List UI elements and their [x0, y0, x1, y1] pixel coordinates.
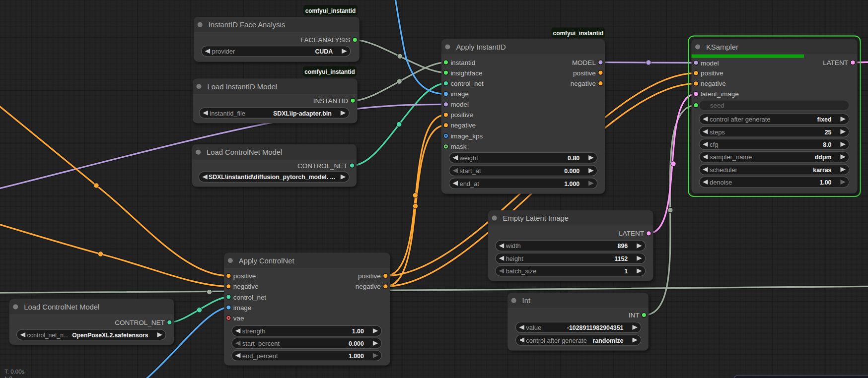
svg-text:1152: 1152	[614, 255, 628, 262]
svg-text:CONTROL_NET: CONTROL_NET	[115, 319, 165, 326]
svg-text:control_net_n...: control_net_n...	[27, 332, 69, 339]
svg-text:image: image	[233, 304, 251, 312]
svg-text:sampler_name: sampler_name	[710, 153, 752, 161]
svg-text:latent_image: latent_image	[701, 90, 739, 98]
svg-text:comfyui_instantid: comfyui_instantid	[553, 30, 604, 37]
svg-text:0.000: 0.000	[349, 340, 364, 347]
svg-text:InstantID Face Analysis: InstantID Face Analysis	[209, 21, 286, 29]
svg-text:control_net: control_net	[233, 294, 267, 301]
svg-text:1.000: 1.000	[564, 181, 579, 188]
svg-text:control after generate: control after generate	[526, 337, 587, 344]
svg-text:-1028911982904351: -1028911982904351	[567, 324, 624, 331]
svg-text:weight: weight	[459, 154, 479, 162]
svg-text:negative: negative	[450, 122, 476, 129]
svg-text:batch_size: batch_size	[506, 267, 537, 275]
svg-text:896: 896	[618, 243, 628, 250]
svg-text:I: 0: I: 0	[4, 376, 12, 378]
svg-text:8.0: 8.0	[823, 141, 831, 148]
svg-text:seed: seed	[710, 102, 724, 109]
svg-text:Load InstantID Model: Load InstantID Model	[208, 83, 278, 91]
svg-text:comfyui_instantid: comfyui_instantid	[305, 7, 356, 14]
svg-text:value: value	[526, 324, 541, 331]
svg-text:KSampler: KSampler	[706, 43, 738, 51]
svg-text:instantid_file: instantid_file	[210, 110, 245, 117]
svg-text:end_percent: end_percent	[242, 352, 278, 360]
svg-text:negative: negative	[701, 80, 726, 87]
svg-text:SDXL\instantid\diffusion_pytor: SDXL\instantid\diffusion_pytorch_model. …	[209, 174, 335, 181]
svg-text:CONTROL_NET: CONTROL_NET	[297, 162, 348, 170]
svg-text:denoise: denoise	[710, 179, 732, 186]
svg-text:CUDA: CUDA	[315, 48, 333, 55]
svg-text:fixed: fixed	[817, 116, 832, 123]
svg-text:positive: positive	[450, 111, 473, 119]
svg-text:height: height	[506, 255, 524, 262]
svg-text:0.000: 0.000	[564, 168, 579, 175]
svg-text:Apply ControlNet: Apply ControlNet	[239, 257, 294, 265]
svg-text:positive: positive	[358, 272, 381, 280]
svg-text:instantid: instantid	[450, 59, 475, 66]
svg-text:0.80: 0.80	[568, 155, 579, 162]
svg-text:Empty Latent Image: Empty Latent Image	[503, 214, 569, 222]
svg-text:strength: strength	[242, 327, 266, 335]
svg-text:model: model	[450, 101, 468, 108]
svg-text:model: model	[701, 60, 719, 67]
svg-text:image: image	[450, 90, 468, 98]
svg-text:Load ControlNet Model: Load ControlNet Model	[24, 303, 99, 311]
svg-text:FACEANALYSIS: FACEANALYSIS	[300, 36, 350, 44]
svg-text:mask: mask	[450, 143, 466, 150]
svg-text:LATENT: LATENT	[619, 230, 644, 237]
svg-text:cfg: cfg	[710, 141, 718, 148]
svg-text:insightface: insightface	[450, 69, 482, 77]
svg-text:positive: positive	[233, 272, 256, 280]
svg-text:steps: steps	[710, 128, 725, 136]
svg-text:ddpm: ddpm	[815, 154, 832, 161]
svg-text:OpenPoseXL2.safetensors: OpenPoseXL2.safetensors	[72, 332, 148, 339]
svg-text:positive: positive	[573, 69, 596, 77]
svg-text:1.000: 1.000	[349, 353, 364, 360]
svg-text:control_net: control_net	[450, 80, 484, 87]
svg-text:LATENT: LATENT	[823, 59, 848, 66]
svg-text:positive: positive	[701, 69, 723, 77]
svg-text:end_at: end_at	[460, 180, 480, 188]
svg-text:INT: INT	[629, 312, 640, 319]
svg-text:Int: Int	[522, 297, 530, 305]
svg-text:Load ControlNet Model: Load ControlNet Model	[207, 148, 282, 156]
svg-text:start_percent: start_percent	[242, 340, 280, 347]
svg-text:start_at: start_at	[460, 167, 481, 175]
svg-text:image_kps: image_kps	[450, 132, 483, 140]
svg-text:randomize: randomize	[593, 337, 624, 344]
svg-text:vae: vae	[233, 315, 244, 322]
svg-text:width: width	[506, 242, 521, 250]
svg-text:comfyui_instantid: comfyui_instantid	[304, 68, 355, 75]
svg-text:negative: negative	[571, 80, 596, 87]
svg-text:1.00: 1.00	[352, 328, 364, 335]
svg-text:scheduler: scheduler	[710, 166, 738, 174]
svg-text:negative: negative	[356, 283, 381, 290]
svg-text:25: 25	[825, 129, 832, 136]
svg-text:MODEL: MODEL	[572, 59, 596, 66]
svg-text:control after generate: control after generate	[710, 116, 771, 123]
svg-text:provider: provider	[212, 48, 235, 55]
svg-text:INSTANTID: INSTANTID	[313, 97, 348, 105]
svg-text:SDXL\ip-adapter.bin: SDXL\ip-adapter.bin	[273, 110, 332, 117]
svg-text:karras: karras	[813, 167, 831, 174]
svg-text:Apply InstantID: Apply InstantID	[456, 43, 506, 51]
svg-text:T: 0.00s: T: 0.00s	[4, 369, 25, 375]
svg-text:1: 1	[624, 268, 628, 275]
svg-text:negative: negative	[233, 283, 259, 290]
svg-text:1.00: 1.00	[819, 179, 831, 186]
